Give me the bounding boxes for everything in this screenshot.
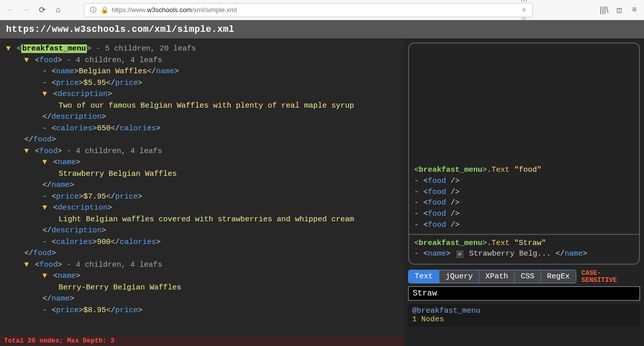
search-mode-tabs: TextjQueryXPathCSSRegEx CASE- SENSITIVE xyxy=(408,270,640,283)
arrow-left-icon: ← xyxy=(7,6,12,15)
tree-node-description[interactable]: ▼ <description> xyxy=(42,203,398,214)
tree-node-price[interactable]: - <price>$7.95</price> xyxy=(42,191,398,203)
menu-icon[interactable]: ≡ xyxy=(630,6,639,15)
tree-node-food[interactable]: ▼ <food> - 4 children, 4 leafs xyxy=(24,260,398,271)
page-title-bar: https://www.w3schools.com/xml/simple.xml xyxy=(0,20,644,38)
caret-down-icon[interactable]: ▼ xyxy=(42,271,48,282)
tree-node-calories[interactable]: - <calories>650</calories> xyxy=(42,123,398,135)
browser-toolbar: ← → ⟳ ⌂ ⓘ 🔒 https://www.w3schools.com/xm… xyxy=(0,0,644,20)
tree-node-root[interactable]: ▼ <breakfast_menu> - 5 children, 20 leaf… xyxy=(6,43,398,55)
results-box: <breakfast_menu>.Text "food" - <food />-… xyxy=(408,42,640,265)
context-hint[interactable]: @breakfast_menu xyxy=(412,307,636,315)
search-input[interactable] xyxy=(408,286,640,301)
tree-text: Strawberry Belgian Waffles xyxy=(59,169,362,180)
tree-node-food-close: </food> xyxy=(24,248,398,260)
tree-node-name-close: </name> xyxy=(42,180,398,191)
pocket-icon[interactable]: ▿ xyxy=(519,6,528,15)
caret-down-icon[interactable]: ▼ xyxy=(6,43,12,55)
caret-down-icon[interactable]: ▼ xyxy=(24,260,30,271)
tab-css[interactable]: CSS xyxy=(515,270,541,283)
result-count: 1 Nodes xyxy=(412,315,636,324)
caret-down-icon[interactable]: ▼ xyxy=(42,203,48,214)
bookmark-star-icon[interactable]: ☆ xyxy=(519,15,528,24)
tab-jquery[interactable]: jQuery xyxy=(439,270,479,283)
search-hints: @breakfast_menu 1 Nodes xyxy=(408,304,640,327)
nav-button-group: ← → ⟳ ⌂ xyxy=(5,6,63,15)
url-text: https://www.w3schools.com/xml/simple.xml xyxy=(112,6,516,14)
caret-down-icon[interactable]: ▼ xyxy=(24,146,30,158)
tree-node-description-close: </description> xyxy=(42,112,398,123)
tree-node-name[interactable]: ▼ <name> xyxy=(42,271,398,282)
status-bar: Total 26 nodes; Max Depth: 3 xyxy=(0,336,404,346)
reload-icon: ⟳ xyxy=(39,5,45,15)
result-item[interactable]: - <food /> xyxy=(414,187,634,198)
url-bar[interactable]: ⓘ 🔒 https://www.w3schools.com/xml/simple… xyxy=(84,3,533,17)
xml-tree: ▼ <breakfast_menu> - 5 children, 20 leaf… xyxy=(6,43,398,316)
tree-text: Two of our famous Belgian Waffles with p… xyxy=(59,101,362,112)
tree-node-description[interactable]: ▼ <description> xyxy=(42,89,398,101)
tree-node-description-close: </description> xyxy=(42,225,398,237)
search-results-panel: <breakfast_menu>.Text "food" - <food />-… xyxy=(404,38,644,346)
xml-tree-panel: ▼ <breakfast_menu> - 5 children, 20 leaf… xyxy=(0,38,404,346)
page-title: https://www.w3schools.com/xml/simple.xml xyxy=(6,24,234,34)
forward-button[interactable]: → xyxy=(21,6,30,15)
back-button[interactable]: ← xyxy=(5,6,14,15)
reload-button[interactable]: ⟳ xyxy=(37,6,46,15)
result-item[interactable]: - <food /> xyxy=(414,209,634,220)
result-item[interactable]: - <food /> xyxy=(414,197,634,209)
tree-text: Berry-Berry Belgian Waffles xyxy=(59,282,362,294)
tree-node-name-close: </name> xyxy=(42,293,398,305)
result-query: <breakfast_menu>.Text "Straw" xyxy=(414,238,634,249)
result-item[interactable]: - <name> ⇄ Strawberry Belg... </name> xyxy=(414,249,634,260)
lock-icon: 🔒 xyxy=(101,6,109,14)
sidebar-icon[interactable]: ◫ xyxy=(615,6,624,15)
chrome-right-group: |||\ ◫ ≡ xyxy=(600,6,639,15)
arrow-right-icon: → xyxy=(23,6,28,15)
home-button[interactable]: ⌂ xyxy=(54,6,63,15)
tree-node-name[interactable]: ▼ <name> xyxy=(42,157,398,169)
more-icon[interactable]: ⋯ xyxy=(519,0,528,6)
tree-node-price[interactable]: - <price>$5.95</price> xyxy=(42,78,398,89)
tab-text[interactable]: Text xyxy=(409,270,439,283)
tree-node-food[interactable]: ▼ <food> - 4 children, 4 leafs xyxy=(24,146,398,158)
case-sensitive-toggle[interactable]: CASE- SENSITIVE xyxy=(581,270,617,283)
status-text: Total 26 nodes; Max Depth: 3 xyxy=(4,337,114,344)
result-item[interactable]: - <food /> xyxy=(414,220,634,231)
truncate-icon: ⇄ xyxy=(457,251,463,258)
caret-down-icon[interactable]: ▼ xyxy=(42,157,48,169)
tree-node-name[interactable]: - <name>Belgian Waffles</name> xyxy=(42,66,398,78)
tree-text: Light Belgian waffles covered with straw… xyxy=(59,214,362,226)
result-query: <breakfast_menu>.Text "food" xyxy=(414,165,634,176)
tab-xpath[interactable]: XPath xyxy=(479,270,515,283)
result-item[interactable]: - <food /> xyxy=(414,176,634,187)
caret-down-icon[interactable]: ▼ xyxy=(42,89,48,101)
home-icon: ⌂ xyxy=(56,6,61,15)
caret-down-icon[interactable]: ▼ xyxy=(24,55,30,67)
info-icon: ⓘ xyxy=(88,6,97,15)
library-icon[interactable]: |||\ xyxy=(600,6,609,15)
tab-regex[interactable]: RegEx xyxy=(541,270,576,283)
tree-node-price[interactable]: - <price>$8.95</price> xyxy=(42,305,398,317)
tree-node-food[interactable]: ▼ <food> - 4 children, 4 leafs xyxy=(24,55,398,67)
tree-node-food-close: </food> xyxy=(24,134,398,146)
tree-node-calories[interactable]: - <calories>900</calories> xyxy=(42,237,398,249)
